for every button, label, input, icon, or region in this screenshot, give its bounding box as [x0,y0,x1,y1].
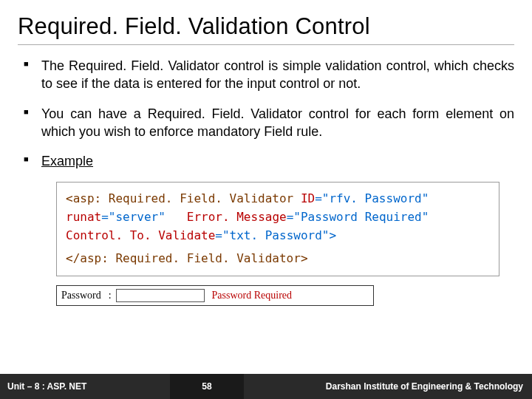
password-label: Password [61,290,101,301]
code-attr: Control. To. Validate [66,228,215,242]
code-eq: = [315,191,322,205]
code-tag-close-bracket: > [329,228,336,242]
code-eq: = [101,210,109,224]
demo-form: Password : Password Required [56,285,374,306]
footer-institute: Darshan Institute of Engineering & Techn… [244,374,532,399]
code-line: <asp: Required. Field. Validator ID="rfv… [66,190,490,245]
bullet-item: You can have a Required. Field. Validato… [41,105,514,141]
bullet-list: The Required. Field. Validator control i… [18,57,514,170]
bullet-item: The Required. Field. Validator control i… [41,57,514,93]
footer-unit: Unit – 8 : ASP. NET [0,374,170,399]
code-val: "txt. Password" [222,228,330,242]
example-label: Example [41,154,93,168]
code-tag-open: <asp: Required. Field. Validator [66,191,293,205]
slide: Required. Field. Validation Control The … [0,0,532,399]
code-eq: = [215,228,222,242]
bullet-item: Example [41,152,514,170]
code-attr: Error. Message [187,210,287,224]
title-divider [18,44,514,45]
code-val: "Password Required" [293,210,429,224]
code-block: <asp: Required. Field. Validator ID="rfv… [56,182,499,276]
page-title: Required. Field. Validation Control [18,13,514,40]
password-input[interactable] [116,289,205,302]
code-attr: ID [301,191,315,205]
code-val: "rfv. Password" [322,191,429,205]
code-val: "server" [109,210,166,224]
label-colon: : [109,290,112,301]
error-message: Password Required [212,290,293,301]
code-attr: runat [66,210,101,224]
code-eq: = [287,210,294,224]
footer-page-number: 58 [170,374,244,399]
footer: Unit – 8 : ASP. NET 58 Darshan Institute… [0,374,532,399]
code-line: </asp: Required. Field. Validator> [66,250,490,268]
code-tag-close: </asp: Required. Field. Validator> [66,251,308,265]
